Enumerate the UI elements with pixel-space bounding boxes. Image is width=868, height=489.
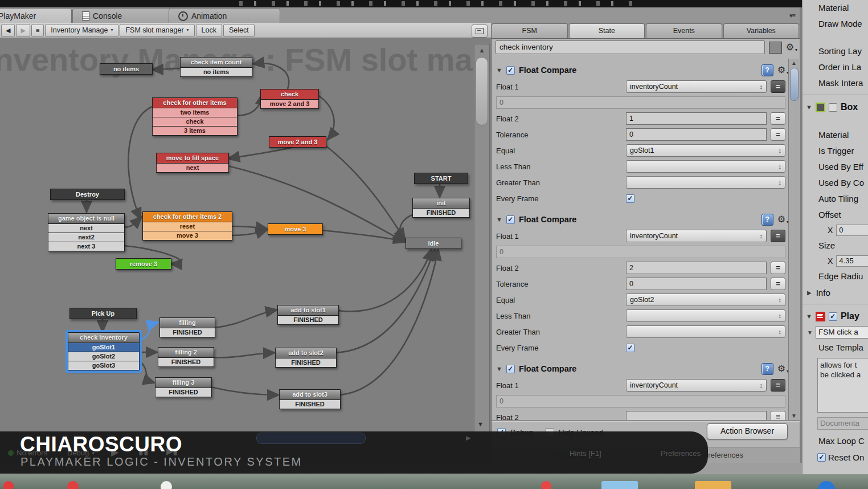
float-1-dropdown[interactable]: inventoryCount↕ <box>626 230 767 242</box>
node-transition-goslot1[interactable]: goSlot1 <box>68 343 139 352</box>
fsm-node-check-for-other-items-2[interactable]: check for other items 2resetmove 3 <box>142 211 232 241</box>
variable-toggle-button[interactable]: = <box>771 379 785 392</box>
variable-toggle-button[interactable]: = <box>771 230 785 242</box>
greater-than-dropdown[interactable]: ↕ <box>626 325 785 338</box>
scroll-thumb[interactable] <box>476 57 488 125</box>
node-transition-finished[interactable]: FINISHED <box>160 328 215 337</box>
fsm-node-destroy[interactable]: Destroy <box>50 189 125 200</box>
state-color-swatch[interactable] <box>769 42 782 54</box>
node-transition-finished[interactable]: FINISHED <box>158 357 214 366</box>
help-icon[interactable]: ? <box>761 214 773 226</box>
action-header[interactable]: ▼✓Float Compare?⚙▾ <box>496 63 785 77</box>
scroll-up-icon[interactable]: ▲ <box>789 60 799 66</box>
dock-icon[interactable] <box>541 481 551 489</box>
fsm-name-field[interactable]: FSM click a <box>816 326 868 339</box>
fold-triangle-icon[interactable]: ▼ <box>806 313 812 320</box>
float-value-field[interactable]: 0 <box>496 96 785 109</box>
hamburger-menu-button[interactable]: ≡ <box>31 24 44 37</box>
nav-forward-button[interactable]: ▶ <box>16 24 30 37</box>
node-transition-finished[interactable]: FINISHED <box>413 208 469 217</box>
action-enabled-checkbox[interactable]: ✓ <box>506 66 515 75</box>
fold-triangle-icon[interactable]: ▼ <box>807 329 813 336</box>
node-transition-finished[interactable]: FINISHED <box>155 388 211 397</box>
fsm-node-filling-3[interactable]: filling 3FINISHED <box>155 377 212 397</box>
action-header[interactable]: ▼✓Float Compare?⚙▾ <box>496 362 785 376</box>
action-enabled-checkbox[interactable]: ✓ <box>506 215 515 224</box>
fsm-description-textarea[interactable]: allows for tbe clicked a <box>817 358 868 413</box>
fsm-name-dropdown[interactable]: FSM slot manager▾ <box>120 24 194 37</box>
fsm-node-filling[interactable]: fillingFINISHED <box>159 317 215 337</box>
float-1-dropdown[interactable]: inventoryCount↕ <box>626 379 767 392</box>
float-value-field[interactable]: 0 <box>496 246 785 258</box>
x-value-field[interactable]: 4.35 <box>836 255 868 267</box>
component-header-play[interactable]: ▼✓Play <box>803 308 868 325</box>
variable-toggle-button[interactable]: = <box>771 262 785 274</box>
float-value-field[interactable]: 0 <box>496 395 785 408</box>
fsm-node-add-to-slot2[interactable]: add to slot2FINISHED <box>275 348 337 368</box>
reset-on-checkbox[interactable]: ✓ <box>817 453 826 462</box>
foldout-info[interactable]: ▶Info <box>803 284 868 300</box>
equal-dropdown[interactable]: goSlot2↕ <box>626 294 785 306</box>
fsm-node-move-to-fill-space[interactable]: move to fill spacenext <box>156 153 229 173</box>
node-transition-3-items[interactable]: 3 items <box>153 126 237 135</box>
minimap-button[interactable] <box>472 25 488 38</box>
documentation-button[interactable]: Documenta <box>817 417 868 430</box>
fold-triangle-icon[interactable]: ▼ <box>806 104 812 111</box>
fsm-node-move-2-and-3[interactable]: move 2 and 3 <box>269 136 326 148</box>
node-transition-goslot3[interactable]: goSlot3 <box>68 361 139 370</box>
node-transition-next[interactable]: next <box>48 223 124 233</box>
action-browser-button[interactable]: Action Browser <box>707 423 788 439</box>
nav-back-button[interactable]: ◀ <box>1 24 15 37</box>
fold-triangle-icon[interactable]: ▼ <box>496 67 502 74</box>
state-name-field[interactable]: check inventory <box>496 40 765 54</box>
dock-icon[interactable] <box>3 481 14 489</box>
fsm-node-no-items[interactable]: no items <box>100 63 153 75</box>
fsm-node-game-object-is-null[interactable]: game object is nullnextnext2next 3 <box>48 213 125 251</box>
component-enabled-checkbox[interactable]: ✓ <box>829 312 837 321</box>
float-1-dropdown[interactable]: inventoryCount↕ <box>626 80 767 93</box>
fsm-tab-events[interactable]: Events <box>646 23 722 38</box>
fsm-node-check-item-count[interactable]: check item countno items <box>180 57 252 77</box>
fold-triangle-icon[interactable]: ▼ <box>496 216 502 223</box>
dock-icon[interactable] <box>695 481 731 489</box>
panel-menu-icon[interactable]: ▾≡ <box>789 12 795 19</box>
fsm-node-start[interactable]: START <box>414 173 468 184</box>
node-transition-next[interactable]: next <box>157 163 228 172</box>
component-header-box[interactable]: ▼✓Box <box>803 99 868 116</box>
fsm-tab-variables[interactable]: Variables <box>723 23 800 38</box>
fsm-node-pick-up[interactable]: Pick Up <box>69 308 137 319</box>
node-transition-next-3[interactable]: next 3 <box>48 242 124 251</box>
node-transition-move-2-and-3[interactable]: move 2 and 3 <box>261 99 318 108</box>
every-frame-checkbox[interactable]: ✓ <box>626 194 634 203</box>
node-transition-check[interactable]: check <box>153 117 237 126</box>
fsm-node-filling-2[interactable]: filling 2FINISHED <box>158 347 214 367</box>
node-transition-goslot2[interactable]: goSlot2 <box>68 352 139 361</box>
fsm-tab-fsm[interactable]: FSM <box>492 23 568 38</box>
gear-icon[interactable]: ⚙▾ <box>786 43 794 52</box>
dock-icon[interactable] <box>601 481 638 489</box>
float-2-field[interactable] <box>626 411 767 420</box>
fold-triangle-icon[interactable]: ▼ <box>496 365 502 372</box>
help-icon[interactable]: ? <box>761 64 773 76</box>
fsm-graph[interactable]: Inventory Manage : FSM slot mana ▲ no it… <box>0 38 491 474</box>
node-transition-finished[interactable]: FINISHED <box>276 358 336 367</box>
panel-vertical-scrollbar[interactable]: ▲ ▼ <box>788 59 799 420</box>
component-enabled-checkbox[interactable]: ✓ <box>829 103 837 112</box>
node-transition-no-items[interactable]: no items <box>181 67 252 76</box>
scroll-right-icon[interactable]: ▶ <box>466 434 470 442</box>
variable-toggle-button[interactable]: = <box>771 278 785 290</box>
scroll-down-icon[interactable]: ▼ <box>789 413 799 419</box>
fsm-node-add-to-slot1[interactable]: add to slot1FINISHED <box>277 305 339 325</box>
tab-playmaker[interactable]: PlayMaker <box>0 8 72 23</box>
variable-toggle-button[interactable]: = <box>771 411 785 420</box>
tolerance-field[interactable]: 0 <box>626 128 767 141</box>
node-transition-move-3[interactable]: move 3 <box>143 231 232 240</box>
action-enabled-checkbox[interactable]: ✓ <box>506 365 515 373</box>
gear-icon[interactable]: ⚙▾ <box>777 66 785 75</box>
fold-triangle-icon[interactable]: ▶ <box>807 290 812 296</box>
fsm-node-remove-3[interactable]: remove 3 <box>116 258 171 270</box>
node-transition-finished[interactable]: FINISHED <box>278 315 338 324</box>
fsm-node-add-to-slot3[interactable]: add to slot3FINISHED <box>279 389 341 409</box>
select-button[interactable]: Select <box>223 24 255 37</box>
node-transition-next2[interactable]: next2 <box>48 233 124 242</box>
